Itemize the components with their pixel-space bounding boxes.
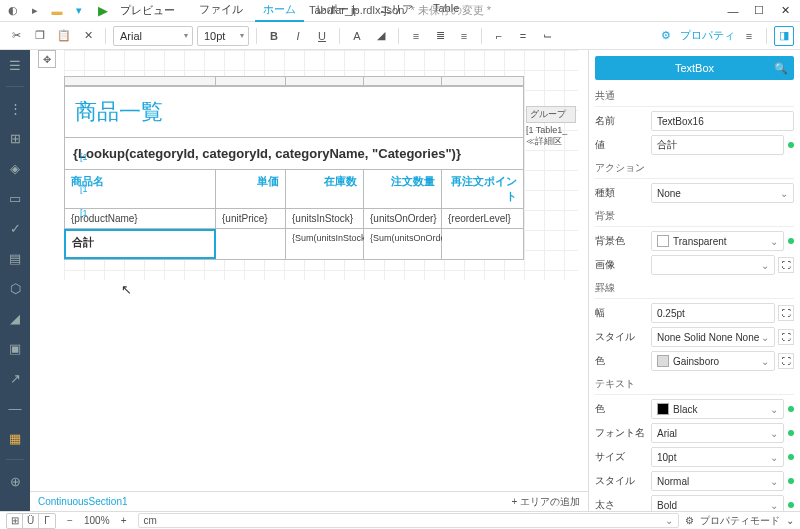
tool-2-icon[interactable]: ⊞ <box>6 129 24 147</box>
font-family-select[interactable]: Arial <box>113 26 193 46</box>
expand-icon[interactable]: ⛶ <box>778 257 794 273</box>
prop-value[interactable]: 合計 <box>651 135 784 155</box>
align-right-icon[interactable]: ≡ <box>454 26 474 46</box>
cut-icon[interactable]: ✂ <box>6 26 26 46</box>
expand-icon[interactable]: ⛶ <box>778 353 794 369</box>
italic-icon[interactable]: I <box>288 26 308 46</box>
tool-10-icon[interactable]: ↗ <box>6 369 24 387</box>
data-cell[interactable]: {unitPrice} <box>216 209 286 228</box>
unit-select[interactable]: cm <box>138 513 679 528</box>
align-center-icon[interactable]: ≣ <box>430 26 450 46</box>
menu-icon[interactable]: ☰ <box>6 56 24 74</box>
panel-toggle-icon[interactable]: ◨ <box>774 26 794 46</box>
expand-icon[interactable]: ⛶ <box>778 305 794 321</box>
report-title[interactable]: 商品一覧 <box>64 87 524 137</box>
zoom-in-button[interactable]: + <box>116 514 132 528</box>
prop-kind[interactable]: None <box>651 183 794 203</box>
tool-4-icon[interactable]: ▭ <box>6 189 24 207</box>
zoom-level: 100% <box>84 515 110 526</box>
tool-5-icon[interactable]: ✓ <box>6 219 24 237</box>
delete-icon[interactable]: ✕ <box>78 26 98 46</box>
chevron-down-icon[interactable]: ⌄ <box>786 515 794 526</box>
col-header[interactable]: 再注文ポイント <box>442 170 524 208</box>
database-icon[interactable]: ≡ <box>739 26 759 46</box>
bold-icon[interactable]: B <box>264 26 284 46</box>
paste-icon[interactable]: 📋 <box>54 26 74 46</box>
prop-name[interactable]: TextBox16 <box>651 111 794 131</box>
selected-textbox[interactable]: 合計 <box>64 229 216 259</box>
prop-border-color[interactable]: Gainsboro <box>651 351 775 371</box>
tool-3-icon[interactable]: ◈ <box>6 159 24 177</box>
group-common: 共通 <box>595 86 794 107</box>
tool-6-icon[interactable]: ▤ <box>6 249 24 267</box>
status-bar: ⊞ Ü Γ − 100% + cm ⚙ プロパティモード ⌄ <box>0 511 800 529</box>
fill-color-icon[interactable]: ◢ <box>371 26 391 46</box>
data-cell[interactable]: {unitsInStock} <box>286 209 364 228</box>
sum-cell[interactable]: {Sum(unitsOnOrder)} <box>364 229 442 259</box>
group-bg: 背景 <box>595 206 794 227</box>
add-icon[interactable]: ⊕ <box>6 472 24 490</box>
data-cell[interactable] <box>216 229 286 259</box>
data-cell[interactable] <box>442 229 524 259</box>
tool-8-icon[interactable]: ◢ <box>6 309 24 327</box>
prop-border-style[interactable]: None Solid None None <box>651 327 775 347</box>
valign-bot-icon[interactable]: ⌙ <box>537 26 557 46</box>
valign-mid-icon[interactable]: = <box>513 26 533 46</box>
col-header[interactable]: 単価 <box>216 170 286 208</box>
property-panel: TextBox🔍 共通 名前TextBox16 値合計 アクション 種類None… <box>588 50 800 511</box>
ruler-icon[interactable]: Γ <box>39 514 55 528</box>
element-type-header[interactable]: TextBox🔍 <box>595 56 794 80</box>
tool-11-icon[interactable]: — <box>6 399 24 417</box>
menu-home[interactable]: ホーム <box>255 0 304 22</box>
prop-weight[interactable]: Bold <box>651 495 784 511</box>
grid-icon[interactable]: ⊞ <box>7 514 23 528</box>
font-color-icon[interactable]: A <box>347 26 367 46</box>
gear-icon[interactable]: ⚙ <box>656 26 676 46</box>
calendar-icon[interactable]: ▦ <box>6 429 24 447</box>
col-header[interactable]: 注文数量 <box>364 170 442 208</box>
group-panel: グループ [1 Table1_ ≪詳細区 <box>526 106 576 148</box>
add-area-button[interactable]: + エリアの追加 <box>511 495 580 509</box>
play-icon[interactable]: ▶ <box>98 3 108 18</box>
prop-bgcolor[interactable]: Transparent <box>651 231 784 251</box>
prop-text-color[interactable]: Black <box>651 399 784 419</box>
unsaved-indicator: * 未保存の変更 * <box>410 4 491 16</box>
gear-icon[interactable]: ⚙ <box>685 515 694 526</box>
new-icon[interactable]: ▸ <box>28 4 42 18</box>
snap-icon[interactable]: Ü <box>23 514 39 528</box>
menu-file[interactable]: ファイル <box>191 0 251 22</box>
font-size-select[interactable]: 10pt <box>197 26 249 46</box>
properties-label[interactable]: プロパティ <box>680 28 735 43</box>
design-canvas[interactable]: ✥ グループ [1 Table1_ ≪詳細区 商品一覧 <box>30 50 588 511</box>
col-header[interactable]: 在庫数 <box>286 170 364 208</box>
data-cell[interactable]: {unitsOnOrder} <box>364 209 442 228</box>
prop-font[interactable]: Arial <box>651 423 784 443</box>
valign-top-icon[interactable]: ⌐ <box>489 26 509 46</box>
lookup-expression[interactable]: {Lookup(categoryId, categoryId, category… <box>64 138 524 169</box>
prop-text-style[interactable]: Normal <box>651 471 784 491</box>
copy-icon[interactable]: ❐ <box>30 26 50 46</box>
align-left-icon[interactable]: ≡ <box>406 26 426 46</box>
prop-bgimage[interactable] <box>651 255 775 275</box>
bookmark-icon[interactable]: ▣ <box>6 339 24 357</box>
prop-size[interactable]: 10pt <box>651 447 784 467</box>
preview-label[interactable]: プレビュー <box>120 3 175 18</box>
data-cell[interactable]: {reorderLevel} <box>442 209 524 228</box>
expand-icon[interactable]: ⛶ <box>778 329 794 345</box>
sum-cell[interactable]: {Sum(unitsInStock)} <box>286 229 364 259</box>
close-button[interactable]: ✕ <box>776 2 794 20</box>
tool-1-icon[interactable]: ⋮ <box>6 99 24 117</box>
group-action: アクション <box>595 158 794 179</box>
section-name[interactable]: ContinuousSection1 <box>38 496 128 507</box>
section-handle-icon[interactable]: ✥ <box>38 50 56 68</box>
zoom-out-button[interactable]: − <box>62 514 78 528</box>
tool-7-icon[interactable]: ⬡ <box>6 279 24 297</box>
prop-border-width[interactable]: 0.25pt <box>651 303 775 323</box>
folder-icon[interactable]: ▬ <box>50 4 64 18</box>
maximize-button[interactable]: ☐ <box>750 2 768 20</box>
minimize-button[interactable]: — <box>724 2 742 20</box>
mode-label[interactable]: プロパティモード <box>700 514 780 528</box>
search-icon[interactable]: 🔍 <box>774 62 788 75</box>
underline-icon[interactable]: U <box>312 26 332 46</box>
save-icon[interactable]: ▾ <box>72 4 86 18</box>
